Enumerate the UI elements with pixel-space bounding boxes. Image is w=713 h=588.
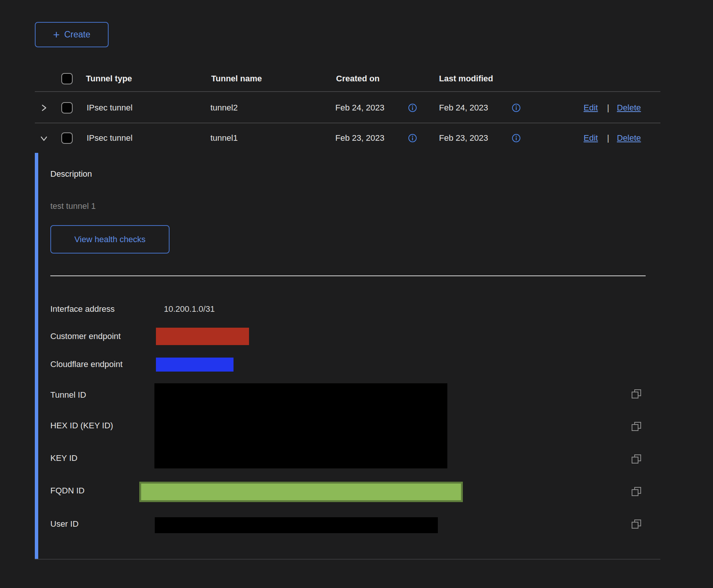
divider xyxy=(35,91,660,92)
copy-icon[interactable] xyxy=(631,453,641,464)
field-label-customer-endpoint: Customer endpoint xyxy=(50,331,121,341)
edit-link[interactable]: Edit xyxy=(584,133,598,143)
expanded-row-accent-bar xyxy=(35,153,38,559)
last-modified-cell: Feb 23, 2023 xyxy=(439,133,488,143)
last-modified-cell: Feb 24, 2023 xyxy=(439,103,488,113)
divider xyxy=(35,559,660,560)
redacted-cloudflare-endpoint xyxy=(156,358,234,372)
copy-icon[interactable] xyxy=(631,388,641,399)
field-label-key-id: KEY ID xyxy=(50,453,78,463)
description-heading: Description xyxy=(50,169,92,179)
field-label-fqdn-id: FQDN ID xyxy=(50,486,84,496)
plus-icon: + xyxy=(53,29,60,40)
copy-icon[interactable] xyxy=(631,518,641,529)
column-header-tunnel-type: Tunnel type xyxy=(86,74,132,84)
create-button[interactable]: + Create xyxy=(35,22,109,47)
divider xyxy=(35,123,660,123)
edit-link[interactable]: Edit xyxy=(584,103,598,113)
delete-link[interactable]: Delete xyxy=(617,103,641,113)
field-label-cloudflare-endpoint: Cloudflare endpoint xyxy=(50,359,123,369)
field-label-tunnel-id: Tunnel ID xyxy=(50,390,86,400)
chevron-right-icon[interactable] xyxy=(40,104,48,112)
copy-icon[interactable] xyxy=(631,421,641,431)
select-all-checkbox[interactable] xyxy=(61,73,73,84)
info-icon[interactable] xyxy=(512,134,521,143)
redacted-customer-endpoint xyxy=(156,328,249,345)
tunnel-type-cell: IPsec tunnel xyxy=(87,133,132,143)
tunnel-type-cell: IPsec tunnel xyxy=(87,103,132,113)
copy-icon[interactable] xyxy=(631,486,641,496)
ipsec-tunnels-page: + Create Tunnel type Tunnel name Created… xyxy=(0,0,713,588)
create-button-label: Create xyxy=(64,30,90,40)
tunnel-name-cell: tunnel2 xyxy=(210,103,238,113)
redacted-user-id xyxy=(155,517,438,533)
redacted-tunnel-ids xyxy=(154,383,447,468)
field-label-hex-id: HEX ID (KEY ID) xyxy=(50,421,113,431)
row-checkbox[interactable] xyxy=(61,102,73,114)
field-value-interface-address: 10.200.1.0/31 xyxy=(164,304,215,314)
view-health-checks-button[interactable]: View health checks xyxy=(50,225,170,254)
field-label-user-id: User ID xyxy=(50,519,79,529)
chevron-down-icon[interactable] xyxy=(40,134,48,143)
info-icon[interactable] xyxy=(408,134,417,143)
created-on-cell: Feb 24, 2023 xyxy=(335,103,385,113)
field-label-interface-address: Interface address xyxy=(50,304,115,314)
row-checkbox[interactable] xyxy=(61,132,73,144)
delete-link[interactable]: Delete xyxy=(617,133,641,143)
description-value: test tunnel 1 xyxy=(50,201,96,211)
info-icon[interactable] xyxy=(408,103,417,112)
column-header-last-modified: Last modified xyxy=(439,74,493,84)
action-separator: | xyxy=(607,103,609,113)
section-divider xyxy=(50,275,646,276)
created-on-cell: Feb 23, 2023 xyxy=(335,133,385,143)
column-header-created-on: Created on xyxy=(336,74,380,84)
action-separator: | xyxy=(607,133,609,143)
info-icon[interactable] xyxy=(512,103,521,112)
redacted-fqdn-id xyxy=(139,482,463,502)
column-header-tunnel-name: Tunnel name xyxy=(211,74,262,84)
tunnel-name-cell: tunnel1 xyxy=(210,133,238,143)
